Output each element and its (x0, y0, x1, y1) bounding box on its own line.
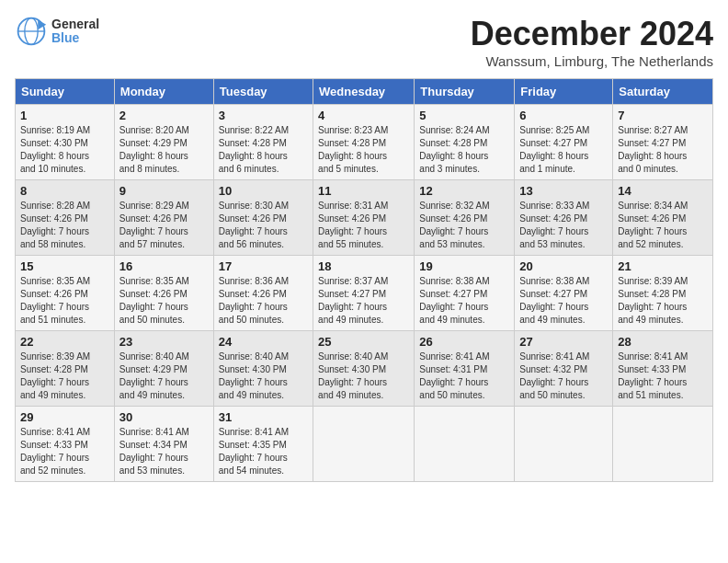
calendar-cell: 19Sunrise: 8:38 AM Sunset: 4:27 PM Dayli… (415, 256, 515, 331)
calendar-week-5: 29Sunrise: 8:41 AM Sunset: 4:33 PM Dayli… (16, 407, 713, 482)
calendar-cell: 26Sunrise: 8:41 AM Sunset: 4:31 PM Dayli… (415, 331, 515, 407)
day-info: Sunrise: 8:20 AM Sunset: 4:29 PM Dayligh… (119, 124, 209, 176)
calendar-cell: 22Sunrise: 8:39 AM Sunset: 4:28 PM Dayli… (16, 331, 115, 407)
logo-line1: General (51, 17, 99, 31)
calendar-cell: 11Sunrise: 8:31 AM Sunset: 4:26 PM Dayli… (313, 180, 415, 256)
calendar-cell: 15Sunrise: 8:35 AM Sunset: 4:26 PM Dayli… (16, 256, 115, 331)
day-info: Sunrise: 8:24 AM Sunset: 4:28 PM Dayligh… (419, 124, 509, 176)
day-info: Sunrise: 8:30 AM Sunset: 4:26 PM Dayligh… (219, 200, 308, 251)
subtitle: Wanssum, Limburg, The Netherlands (471, 53, 713, 69)
calendar-cell: 20Sunrise: 8:38 AM Sunset: 4:27 PM Dayli… (515, 256, 613, 331)
day-info: Sunrise: 8:35 AM Sunset: 4:26 PM Dayligh… (20, 275, 109, 327)
day-number: 26 (419, 335, 509, 349)
header-cell-saturday: Saturday (613, 79, 713, 105)
day-number: 31 (219, 410, 308, 424)
calendar-cell: 28Sunrise: 8:41 AM Sunset: 4:33 PM Dayli… (613, 331, 713, 407)
calendar-cell (515, 407, 613, 482)
day-info: Sunrise: 8:41 AM Sunset: 4:34 PM Dayligh… (119, 426, 209, 477)
day-number: 15 (20, 259, 109, 273)
day-number: 8 (20, 184, 109, 198)
day-info: Sunrise: 8:41 AM Sunset: 4:33 PM Dayligh… (20, 426, 109, 477)
day-number: 23 (119, 335, 209, 349)
day-number: 4 (318, 109, 409, 122)
day-number: 17 (219, 259, 308, 273)
calendar-cell: 5Sunrise: 8:24 AM Sunset: 4:28 PM Daylig… (415, 105, 515, 180)
day-number: 19 (419, 259, 509, 273)
calendar-cell: 2Sunrise: 8:20 AM Sunset: 4:29 PM Daylig… (114, 105, 213, 180)
calendar-body: 1Sunrise: 8:19 AM Sunset: 4:30 PM Daylig… (16, 105, 713, 482)
logo-text: General Blue (51, 17, 99, 46)
logo-line2: Blue (51, 31, 99, 45)
calendar-cell: 13Sunrise: 8:33 AM Sunset: 4:26 PM Dayli… (515, 180, 613, 256)
day-info: Sunrise: 8:40 AM Sunset: 4:30 PM Dayligh… (318, 350, 409, 402)
calendar-week-1: 1Sunrise: 8:19 AM Sunset: 4:30 PM Daylig… (16, 105, 713, 180)
header-cell-thursday: Thursday (415, 79, 515, 105)
header-cell-monday: Monday (114, 79, 213, 105)
day-info: Sunrise: 8:35 AM Sunset: 4:26 PM Dayligh… (119, 275, 209, 327)
day-number: 9 (119, 184, 209, 198)
calendar-cell: 6Sunrise: 8:25 AM Sunset: 4:27 PM Daylig… (515, 105, 613, 180)
calendar-cell: 21Sunrise: 8:39 AM Sunset: 4:28 PM Dayli… (613, 256, 713, 331)
day-number: 6 (519, 109, 608, 122)
calendar-cell: 4Sunrise: 8:23 AM Sunset: 4:28 PM Daylig… (313, 105, 415, 180)
day-number: 21 (618, 259, 708, 273)
day-info: Sunrise: 8:40 AM Sunset: 4:30 PM Dayligh… (219, 350, 308, 402)
day-number: 20 (519, 259, 608, 273)
calendar-cell: 1Sunrise: 8:19 AM Sunset: 4:30 PM Daylig… (16, 105, 115, 180)
calendar-cell: 3Sunrise: 8:22 AM Sunset: 4:28 PM Daylig… (213, 105, 313, 180)
day-number: 18 (318, 259, 409, 273)
day-info: Sunrise: 8:40 AM Sunset: 4:29 PM Dayligh… (119, 350, 209, 402)
calendar-cell: 16Sunrise: 8:35 AM Sunset: 4:26 PM Dayli… (114, 256, 213, 331)
day-number: 3 (219, 109, 308, 122)
calendar-cell (613, 407, 713, 482)
day-number: 24 (219, 335, 308, 349)
calendar-cell: 12Sunrise: 8:32 AM Sunset: 4:26 PM Dayli… (415, 180, 515, 256)
day-number: 14 (618, 184, 708, 198)
logo: General Blue (15, 15, 99, 48)
day-info: Sunrise: 8:32 AM Sunset: 4:26 PM Dayligh… (419, 200, 509, 251)
calendar-cell: 30Sunrise: 8:41 AM Sunset: 4:34 PM Dayli… (114, 407, 213, 482)
day-info: Sunrise: 8:23 AM Sunset: 4:28 PM Dayligh… (318, 124, 409, 176)
day-number: 22 (20, 335, 109, 349)
day-number: 12 (419, 184, 509, 198)
day-info: Sunrise: 8:25 AM Sunset: 4:27 PM Dayligh… (519, 124, 608, 176)
day-info: Sunrise: 8:29 AM Sunset: 4:26 PM Dayligh… (119, 200, 209, 251)
day-number: 11 (318, 184, 409, 198)
calendar-cell: 18Sunrise: 8:37 AM Sunset: 4:27 PM Dayli… (313, 256, 415, 331)
day-number: 13 (519, 184, 608, 198)
header-cell-friday: Friday (515, 79, 613, 105)
calendar-cell: 24Sunrise: 8:40 AM Sunset: 4:30 PM Dayli… (213, 331, 313, 407)
calendar-week-2: 8Sunrise: 8:28 AM Sunset: 4:26 PM Daylig… (16, 180, 713, 256)
day-info: Sunrise: 8:38 AM Sunset: 4:27 PM Dayligh… (519, 275, 608, 327)
header-row: SundayMondayTuesdayWednesdayThursdayFrid… (16, 79, 713, 105)
day-info: Sunrise: 8:36 AM Sunset: 4:26 PM Dayligh… (219, 275, 308, 327)
day-info: Sunrise: 8:22 AM Sunset: 4:28 PM Dayligh… (219, 124, 308, 176)
day-info: Sunrise: 8:34 AM Sunset: 4:26 PM Dayligh… (618, 200, 708, 251)
day-number: 30 (119, 410, 209, 424)
calendar-cell: 27Sunrise: 8:41 AM Sunset: 4:32 PM Dayli… (515, 331, 613, 407)
day-number: 10 (219, 184, 308, 198)
calendar-cell: 9Sunrise: 8:29 AM Sunset: 4:26 PM Daylig… (114, 180, 213, 256)
calendar-cell (415, 407, 515, 482)
calendar-cell: 10Sunrise: 8:30 AM Sunset: 4:26 PM Dayli… (213, 180, 313, 256)
day-number: 27 (519, 335, 608, 349)
day-info: Sunrise: 8:37 AM Sunset: 4:27 PM Dayligh… (318, 275, 409, 327)
calendar-table: SundayMondayTuesdayWednesdayThursdayFrid… (15, 78, 713, 482)
day-number: 16 (119, 259, 209, 273)
day-info: Sunrise: 8:31 AM Sunset: 4:26 PM Dayligh… (318, 200, 409, 251)
calendar-cell: 7Sunrise: 8:27 AM Sunset: 4:27 PM Daylig… (613, 105, 713, 180)
title-block: December 2024 Wanssum, Limburg, The Neth… (471, 15, 713, 69)
day-number: 7 (618, 109, 708, 122)
main-title: December 2024 (471, 15, 713, 53)
day-info: Sunrise: 8:39 AM Sunset: 4:28 PM Dayligh… (20, 350, 109, 402)
day-info: Sunrise: 8:33 AM Sunset: 4:26 PM Dayligh… (519, 200, 608, 251)
calendar-cell: 23Sunrise: 8:40 AM Sunset: 4:29 PM Dayli… (114, 331, 213, 407)
day-number: 29 (20, 410, 109, 424)
day-info: Sunrise: 8:38 AM Sunset: 4:27 PM Dayligh… (419, 275, 509, 327)
calendar-cell: 17Sunrise: 8:36 AM Sunset: 4:26 PM Dayli… (213, 256, 313, 331)
day-info: Sunrise: 8:41 AM Sunset: 4:31 PM Dayligh… (419, 350, 509, 402)
day-number: 5 (419, 109, 509, 122)
calendar-cell: 25Sunrise: 8:40 AM Sunset: 4:30 PM Dayli… (313, 331, 415, 407)
calendar-cell: 8Sunrise: 8:28 AM Sunset: 4:26 PM Daylig… (16, 180, 115, 256)
logo-icon (15, 15, 48, 48)
